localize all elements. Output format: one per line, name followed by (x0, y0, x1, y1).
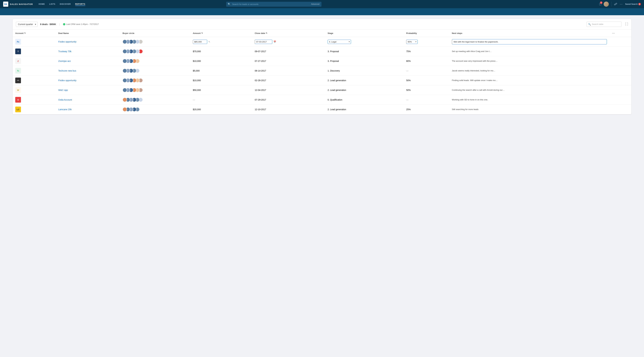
deal-name-cell: Zoomjax acc (56, 56, 120, 66)
next-steps-input[interactable] (452, 39, 607, 44)
deal-name-header: Deal Name (58, 32, 69, 34)
quarter-select-wrapper: Current quarter Last quarter Next quarte… (16, 22, 38, 27)
deals-card: Current quarter Last quarter Next quarte… (13, 19, 631, 114)
saved-search-label: Saved Search (625, 3, 638, 5)
calendar-icon[interactable]: 📅 (274, 41, 276, 43)
table-search-icon: 🔍 (588, 23, 591, 25)
quarter-select[interactable]: Current quarter Last quarter Next quarte… (16, 22, 38, 27)
table-row: WW&C opp$50,00012-04-20172. Lead generat… (13, 85, 631, 95)
col-deal-name: Deal Name (56, 29, 120, 37)
amount-cell: ✎ (190, 37, 252, 47)
nav-links: HOME LISTS DISCOVER REPORTS (38, 2, 85, 6)
deal-name-link[interactable]: Ostia Account (58, 98, 72, 101)
col-next-steps: Next steps (450, 29, 610, 37)
buyer-circle (122, 68, 188, 73)
account-logo-cell: Fx (13, 37, 56, 47)
close-date-cell: 06-14-2017 (252, 66, 325, 76)
notification-badge: 2 (600, 1, 602, 4)
buyer-circle (122, 59, 188, 63)
account-logo: Z (15, 58, 21, 64)
amount-edit-wrapper: ✎ (193, 40, 250, 44)
deal-name-link[interactable]: Techcore new bus (58, 69, 76, 72)
deal-name-link[interactable]: W&C opp (58, 89, 68, 91)
amount-sort-icon: ⇅ (201, 32, 203, 34)
next-steps-cell: Jacob seems really interested, looking f… (450, 66, 610, 76)
probability-cell: 75% (404, 47, 450, 56)
edit-icon[interactable]: ✎ (208, 41, 210, 43)
deal-name-cell: Lamcane 20k (56, 105, 120, 114)
buyer-avatar[interactable] (122, 68, 127, 73)
deals-table: Account ⇅ Deal Name Buyer circle (13, 29, 631, 114)
amount-cell: $10,000 (190, 76, 252, 85)
account-logo-cell: T (13, 47, 56, 56)
next-steps-cell: Continuing the search after a call with … (450, 85, 610, 95)
messages-button[interactable]: □ 2 (599, 2, 601, 6)
buyer-avatar[interactable] (122, 39, 127, 44)
deal-name-link[interactable]: Fixdex opportunity (58, 79, 76, 82)
user-avatar[interactable] (604, 1, 609, 7)
buyer-avatar[interactable] (122, 88, 127, 92)
expand-button[interactable]: ⛶ (625, 22, 628, 26)
buyer-avatar[interactable] (122, 97, 127, 102)
crm-icon[interactable]: ☍ (614, 2, 617, 6)
deals-table-scroll[interactable]: Account ⇅ Deal Name Buyer circle (13, 29, 631, 114)
probability-cell: 80% (404, 56, 450, 66)
buyer-circle-cell (120, 76, 190, 85)
buyer-circle (122, 78, 188, 83)
deal-name-link[interactable]: Trustway 70k (58, 50, 72, 53)
stage-cell: 0. Qualification1. Discovery2. Lead gene… (325, 37, 404, 47)
nav-lists[interactable]: LISTS (49, 2, 56, 6)
buyer-avatar[interactable] (122, 59, 127, 63)
probability-header: Probability (406, 32, 417, 34)
global-search: 🔍 Advanced (226, 2, 322, 7)
stage-select[interactable]: 0. Qualification1. Discovery2. Lead gene… (328, 40, 351, 44)
probability-cell: 25% (404, 105, 450, 114)
amount-cell: $20,000 (190, 105, 252, 114)
buyer-circle (122, 97, 188, 102)
account-sort[interactable]: Account ⇅ (15, 32, 26, 34)
amount-input[interactable] (193, 40, 207, 44)
deal-name-cell: Ostia Account (56, 95, 120, 105)
stage-header: Stage (328, 32, 333, 34)
deal-name-link[interactable]: Lamcane 20k (58, 108, 72, 111)
buyer-avatar[interactable] (122, 78, 127, 83)
col-probability: Probability (404, 29, 450, 37)
buyer-circle-cell (120, 85, 190, 95)
account-logo-cell: O (13, 95, 56, 105)
account-logo: W (15, 87, 21, 93)
amount-sort[interactable]: Amount ⇅ (193, 32, 203, 34)
apps-icon[interactable]: ⋯ (620, 2, 622, 6)
nav-home[interactable]: HOME (38, 2, 45, 6)
row-more-options-cell (610, 56, 631, 66)
table-search-input[interactable] (586, 21, 622, 27)
advanced-search-link[interactable]: Advanced (311, 3, 320, 5)
stats-divider: | (59, 23, 60, 25)
amount-cell: $70,000 (190, 47, 252, 56)
close-date-sort[interactable]: Close date ⇅ (255, 32, 268, 34)
saved-search-button[interactable]: Saved Search 6 (625, 3, 641, 5)
close-date-input[interactable] (255, 40, 272, 44)
more-options-icon[interactable]: ⋯ (612, 31, 615, 35)
global-search-input[interactable] (226, 2, 322, 7)
probability-select[interactable]: 10%20%25%30%40%50%60%70%75%80%90%100% (406, 40, 418, 44)
account-logo-cell: W (13, 85, 56, 95)
table-row: OOstia Account—07-29-20170. Qualificatio… (13, 95, 631, 105)
stage-cell: 0. Qualification (325, 95, 404, 105)
buyer-avatar[interactable] (122, 49, 127, 54)
nav-reports[interactable]: REPORTS (75, 2, 86, 6)
buyer-avatar[interactable] (122, 107, 127, 112)
brand-logo[interactable]: in SALES NAVIGATOR (3, 1, 33, 7)
stage-cell: 2. Lead generation (325, 76, 404, 85)
nav-discover[interactable]: DISCOVER (60, 2, 71, 6)
amount-header: Amount (193, 32, 201, 34)
next-steps-text: Continuing the search after a call with … (452, 89, 505, 91)
account-logo: Fx (15, 39, 21, 44)
buyer-circle-header: Buyer circle (122, 32, 134, 34)
probability-cell: 10%20%25%30%40%50%60%70%75%80%90%100% (404, 37, 450, 47)
next-steps-text: Jacob seems really interested, looking f… (452, 69, 496, 72)
deal-name-link[interactable]: Zoomjax acc (58, 60, 71, 62)
stage-cell: 3. Proposal (325, 56, 404, 66)
avatar-image (604, 1, 609, 7)
deal-name-link[interactable]: Fixdex opportunity (58, 40, 76, 43)
row-more-options-cell (610, 95, 631, 105)
